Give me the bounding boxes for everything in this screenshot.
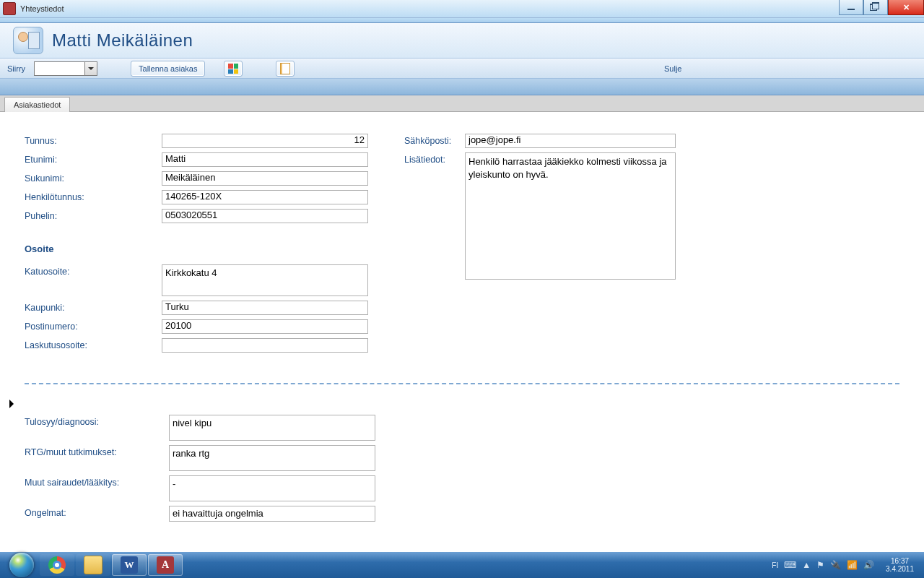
window-title: Yhteystiedot	[20, 4, 64, 13]
label-muut: Muut sairaudet/lääkitys:	[25, 475, 169, 488]
keyboard-icon[interactable]: ⌨	[784, 560, 796, 570]
field-lisatiedot[interactable]: Henkilö harrastaa jääkiekko kolmesti vii…	[465, 152, 676, 280]
document-button[interactable]	[276, 61, 295, 77]
chrome-icon	[48, 556, 66, 574]
taskbar-clock[interactable]: 16:37 3.4.2011	[880, 557, 920, 574]
app-icon	[3, 2, 16, 15]
section-osoite: Osoite	[25, 243, 368, 254]
tray-language[interactable]: FI	[772, 561, 778, 569]
power-icon[interactable]: 🔌	[830, 560, 841, 570]
label-laskutusosoite: Laskutusosoite:	[25, 338, 162, 350]
page-title: Matti Meikäläinen	[52, 30, 193, 51]
network-icon[interactable]: 📶	[847, 560, 858, 570]
label-tulosyy: Tulosyy/diagnoosi:	[25, 415, 169, 427]
save-button-label: Tallenna asiakas	[139, 64, 197, 73]
folder-icon	[84, 556, 103, 574]
record-selector-icon[interactable]	[9, 399, 19, 409]
flag-icon[interactable]: ⚑	[816, 560, 824, 570]
field-tunnus[interactable]: 12	[162, 134, 368, 148]
label-sahkoposti: Sähköposti:	[404, 134, 465, 146]
clock-date: 3.4.2011	[886, 565, 914, 574]
field-kaupunki[interactable]: Turku	[162, 301, 368, 315]
label-sukunimi: Sukunimi:	[25, 171, 162, 184]
label-puhelin: Puhelin:	[25, 209, 162, 221]
section-divider	[25, 383, 899, 384]
field-postinumero[interactable]: 20100	[162, 319, 368, 334]
field-katuosoite[interactable]: Kirkkokatu 4	[162, 264, 368, 296]
tab-label: Asiakastiedot	[14, 100, 61, 109]
taskbar-chrome[interactable]	[40, 554, 74, 576]
document-icon	[280, 63, 290, 74]
color-grid-icon	[228, 64, 238, 74]
taskbar-word[interactable]: W	[112, 554, 147, 576]
clock-time: 16:37	[886, 557, 914, 566]
contact-avatar-icon	[13, 27, 43, 54]
tray-up-icon[interactable]: ▲	[802, 560, 811, 570]
label-henkilotunnus: Henkilötunnus:	[25, 190, 162, 202]
right-column: Sähköposti: jope@jope.fi Lisätiedot: Hen…	[404, 134, 676, 357]
minimize-button[interactable]	[839, 0, 863, 15]
label-rtg: RTG/muut tutkimukset:	[25, 445, 169, 457]
start-button[interactable]	[4, 552, 39, 578]
taskbar: W A FI ⌨ ▲ ⚑ 🔌 📶 🔊 16:37 3.4.2011	[0, 552, 924, 578]
window-titlebar: Yhteystiedot	[0, 0, 924, 18]
field-sukunimi[interactable]: Meikäläinen	[162, 171, 368, 186]
diagnosis-subform: Tulosyy/diagnoosi: nivel kipu RTG/muut t…	[25, 399, 899, 522]
categories-button[interactable]	[224, 61, 243, 77]
goto-combobox[interactable]	[34, 61, 97, 76]
field-rtg[interactable]: ranka rtg	[169, 445, 375, 471]
volume-icon[interactable]: 🔊	[863, 560, 874, 570]
taskbar-access[interactable]: A	[148, 554, 183, 576]
field-tulosyy[interactable]: nivel kipu	[169, 415, 375, 441]
form-header: Matti Meikäläinen	[0, 23, 924, 59]
tab-asiakastiedot[interactable]: Asiakastiedot	[4, 97, 70, 112]
taskbar-explorer[interactable]	[76, 554, 110, 576]
goto-label: Siirry	[7, 64, 25, 73]
label-tunnus: Tunnus:	[25, 134, 162, 146]
form-toolbar: Siirry Tallenna asiakas Sulje	[0, 59, 924, 79]
label-kaupunki: Kaupunki:	[25, 301, 162, 313]
label-etunimi: Etunimi:	[25, 152, 162, 165]
field-muut[interactable]: -	[169, 475, 375, 501]
access-icon: A	[157, 556, 174, 574]
label-postinumero: Postinumero:	[25, 319, 162, 332]
field-laskutusosoite[interactable]	[162, 338, 368, 353]
section-bar	[0, 79, 924, 95]
field-etunimi[interactable]: Matti	[162, 152, 368, 167]
label-ongelmat: Ongelmat:	[25, 506, 169, 518]
field-sahkoposti[interactable]: jope@jope.fi	[465, 134, 676, 148]
word-icon: W	[121, 556, 138, 574]
close-window-button[interactable]	[888, 0, 924, 15]
label-katuosoite: Katuosoite:	[25, 264, 162, 277]
tab-row: Asiakastiedot	[0, 95, 924, 112]
chevron-down-icon	[84, 62, 97, 75]
left-column: Tunnus: 12 Etunimi: Matti Sukunimi: Meik…	[25, 134, 368, 357]
maximize-button[interactable]	[863, 0, 888, 15]
field-puhelin[interactable]: 0503020551	[162, 209, 368, 223]
label-lisatiedot: Lisätiedot:	[404, 152, 465, 165]
field-henkilotunnus[interactable]: 140265-120X	[162, 190, 368, 204]
field-ongelmat[interactable]: ei havaittuja ongelmia	[169, 506, 375, 522]
form-body: Tunnus: 12 Etunimi: Matti Sukunimi: Meik…	[0, 112, 924, 556]
system-tray: FI ⌨ ▲ ⚑ 🔌 📶 🔊 16:37 3.4.2011	[772, 557, 920, 574]
ribbon-spacer	[0, 18, 924, 23]
window-buttons	[839, 0, 924, 15]
windows-orb-icon	[9, 553, 34, 577]
save-customer-button[interactable]: Tallenna asiakas	[131, 61, 205, 77]
close-form-link[interactable]: Sulje	[664, 64, 681, 73]
